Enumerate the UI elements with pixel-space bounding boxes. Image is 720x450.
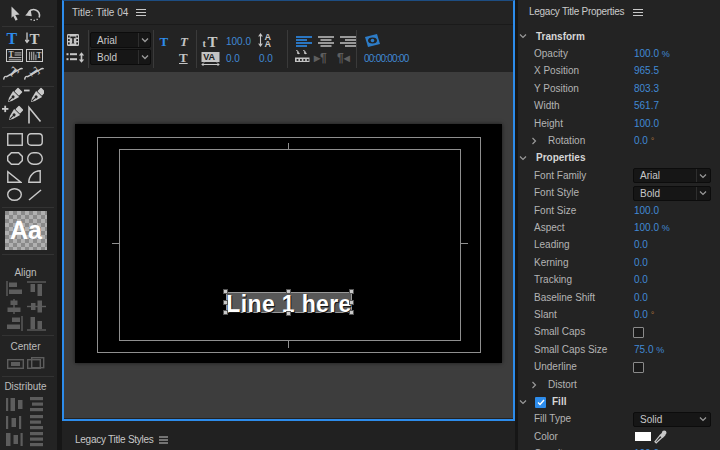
svg-text:T: T bbox=[160, 34, 169, 48]
svg-text:T: T bbox=[5, 66, 22, 81]
svg-text:T: T bbox=[7, 31, 18, 46]
svg-text:T: T bbox=[26, 66, 43, 80]
svg-text:T: T bbox=[208, 34, 218, 50]
svg-text:t: t bbox=[203, 38, 207, 49]
svg-text:VA: VA bbox=[203, 52, 215, 62]
svg-text:T: T bbox=[30, 31, 40, 46]
svg-text:A: A bbox=[265, 39, 272, 48]
svg-text:T: T bbox=[37, 51, 42, 60]
